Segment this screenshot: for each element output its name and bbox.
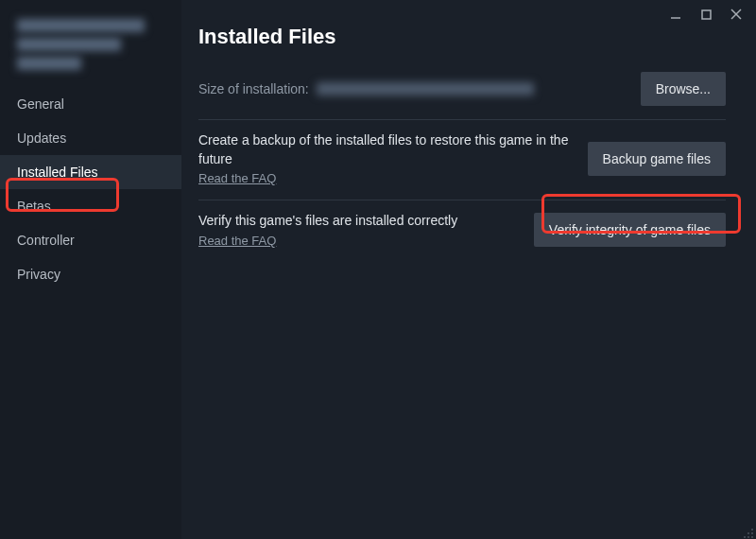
game-title-redacted [0,19,181,87]
svg-point-8 [747,536,749,538]
sidebar: General Updates Installed Files Betas Co… [0,0,181,539]
size-of-installation-label: Size of installation: [198,81,309,96]
backup-description: Create a backup of the installed files t… [198,131,569,168]
minimize-button[interactable] [669,8,682,21]
backup-faq-link[interactable]: Read the FAQ [198,171,276,185]
window-titlebar [656,0,756,28]
sidebar-item-privacy[interactable]: Privacy [0,257,181,291]
verify-faq-link[interactable]: Read the FAQ [198,234,276,248]
svg-point-5 [747,532,749,534]
maximize-button[interactable] [699,8,713,21]
size-of-installation-value-redacted [317,82,534,96]
browse-button[interactable]: Browse... [641,72,726,106]
verify-description: Verify this game's files are installed c… [198,212,515,231]
sidebar-item-installed-files[interactable]: Installed Files [0,155,181,189]
svg-point-6 [751,532,753,534]
svg-point-7 [744,536,746,538]
backup-game-files-button[interactable]: Backup game files [588,142,726,176]
svg-rect-1 [702,10,711,19]
close-button[interactable] [730,8,743,21]
svg-point-4 [751,529,753,530]
sidebar-nav: General Updates Installed Files Betas Co… [0,87,181,291]
resize-grip-icon[interactable] [743,526,754,537]
content-panel: Installed Files Size of installation: Br… [181,0,756,539]
sidebar-item-controller[interactable]: Controller [0,223,181,257]
page-title: Installed Files [198,25,726,49]
svg-point-9 [751,536,753,538]
sidebar-item-general[interactable]: General [0,87,181,121]
sidebar-item-betas[interactable]: Betas [0,189,181,223]
verify-integrity-button[interactable]: Verify integrity of game files [534,213,726,247]
sidebar-item-updates[interactable]: Updates [0,121,181,155]
